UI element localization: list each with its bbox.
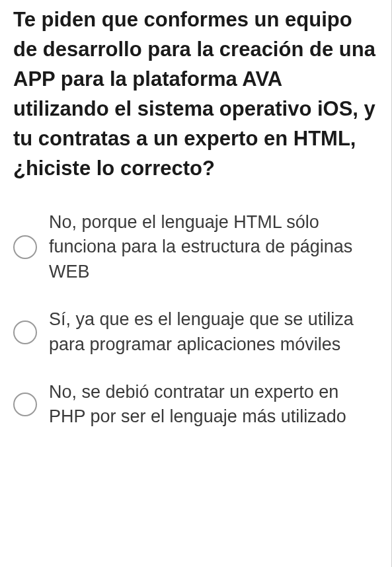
question-text: Te piden que conformes un equipo de desa… — [13, 0, 378, 184]
option-3[interactable]: No, se debió contratar un experto en PHP… — [13, 380, 378, 430]
option-3-label: No, se debió contratar un experto en PHP… — [49, 380, 378, 430]
option-1-label: No, porque el lenguaje HTML sólo funcion… — [49, 210, 378, 285]
radio-icon — [13, 393, 37, 416]
options-group: No, porque el lenguaje HTML sólo funcion… — [13, 210, 378, 430]
option-1[interactable]: No, porque el lenguaje HTML sólo funcion… — [13, 210, 378, 285]
quiz-question-container: Te piden que conformes un equipo de desa… — [0, 0, 392, 567]
option-2[interactable]: Sí, ya que es el lenguaje que se utiliza… — [13, 307, 378, 358]
radio-icon — [13, 321, 37, 344]
option-2-label: Sí, ya que es el lenguaje que se utiliza… — [49, 307, 378, 358]
radio-icon — [13, 235, 37, 259]
